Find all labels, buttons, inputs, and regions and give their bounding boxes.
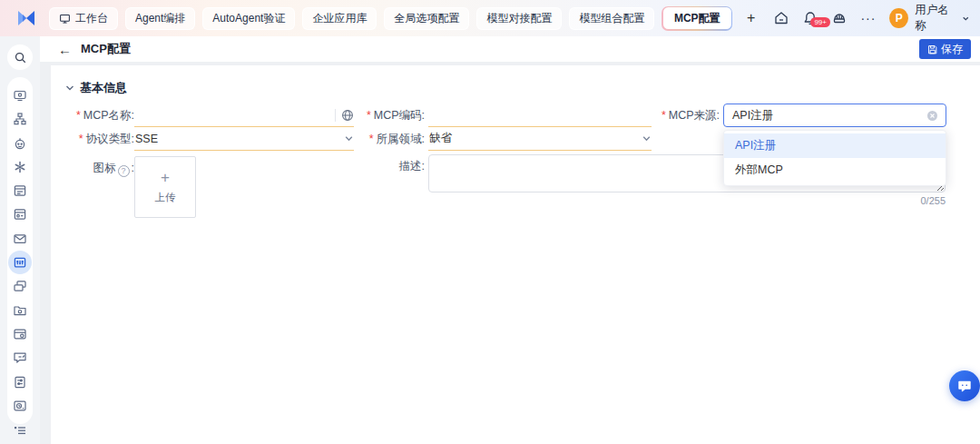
app-logo-icon bbox=[16, 10, 36, 26]
mcp-code-label: *MCP编码: bbox=[350, 104, 425, 127]
sidebar-icon-rail bbox=[7, 77, 33, 424]
label-text: 描述: bbox=[399, 160, 425, 173]
browser-gear-icon[interactable] bbox=[8, 322, 32, 346]
agent-robot-icon[interactable] bbox=[8, 132, 32, 155]
mail-icon[interactable] bbox=[8, 227, 32, 251]
help-icon[interactable]: ? bbox=[118, 165, 130, 177]
protocol-select[interactable]: SSE bbox=[134, 127, 354, 151]
back-arrow-button[interactable]: ← bbox=[58, 43, 72, 56]
notification-badge: 99+ bbox=[810, 17, 830, 27]
protocol-value: SSE bbox=[134, 133, 344, 145]
required-marker: * bbox=[76, 109, 81, 122]
mcp-name-input[interactable] bbox=[134, 105, 331, 125]
protocol-label: *协议类型: bbox=[54, 127, 134, 151]
chevron-down-icon bbox=[642, 133, 652, 143]
chat-edit-icon[interactable] bbox=[8, 346, 32, 370]
upload-label: 上传 bbox=[155, 191, 176, 204]
menu-list-icon[interactable] bbox=[7, 420, 33, 440]
assistant-chat-icon bbox=[956, 378, 973, 394]
tab-model-combination-config[interactable]: 模型组合配置 bbox=[569, 7, 654, 30]
char-counter: 0/255 bbox=[428, 195, 946, 206]
save-button[interactable]: 保存 bbox=[919, 39, 971, 59]
save-label: 保存 bbox=[941, 42, 963, 57]
tab-label: 工作台 bbox=[75, 8, 108, 29]
add-tab-button[interactable]: + bbox=[741, 10, 760, 26]
label-text: 协议类型: bbox=[86, 133, 134, 145]
mcp-source-select[interactable]: API注册 bbox=[723, 104, 946, 127]
home-icon[interactable] bbox=[773, 10, 789, 26]
tab-enterprise-app-library[interactable]: 企业应用库 bbox=[302, 7, 377, 30]
left-sidebar bbox=[0, 36, 40, 444]
icon-upload-button[interactable]: + 上传 bbox=[134, 156, 196, 218]
page-title: MCP配置 bbox=[81, 41, 131, 57]
dropdown-option-external-mcp[interactable]: 外部MCP bbox=[724, 158, 946, 183]
layers-icon[interactable] bbox=[8, 274, 32, 298]
more-options-icon[interactable]: ··· bbox=[860, 10, 877, 26]
mcp-name-label: *MCP名称: bbox=[54, 104, 134, 127]
required-marker: * bbox=[79, 133, 83, 145]
required-marker: * bbox=[369, 133, 374, 145]
tab-label: Agent编排 bbox=[135, 8, 185, 29]
label-text: MCP来源: bbox=[669, 109, 720, 122]
user-name-label: 用户名称 bbox=[915, 3, 957, 34]
dropdown-option-api-register[interactable]: API注册 bbox=[724, 133, 946, 158]
image-clock-icon[interactable] bbox=[8, 394, 32, 418]
assistant-floating-button[interactable] bbox=[949, 370, 980, 401]
save-disk-icon bbox=[927, 44, 937, 54]
mcp-config-icon-active[interactable] bbox=[8, 251, 32, 274]
user-menu[interactable]: 用户名称 bbox=[915, 3, 969, 34]
domain-label: *所属领域: bbox=[350, 127, 425, 151]
tab-global-options-config[interactable]: 全局选项配置 bbox=[384, 7, 469, 30]
plugin-flower-icon[interactable] bbox=[8, 155, 32, 179]
folder-gear-icon[interactable] bbox=[8, 299, 32, 322]
user-avatar[interactable]: P bbox=[889, 8, 908, 28]
mcp-code-input[interactable] bbox=[428, 105, 652, 125]
label-text: 图标 bbox=[93, 162, 116, 174]
label-text: MCP名称: bbox=[83, 109, 134, 122]
mcp-source-value: API注册 bbox=[731, 108, 926, 123]
tab-mcp-config-active[interactable]: MCP配置 bbox=[663, 7, 731, 29]
more-dots: ··· bbox=[860, 11, 876, 25]
label-text: MCP编码: bbox=[374, 109, 425, 122]
mcp-code-field bbox=[428, 104, 652, 127]
org-tree-icon[interactable] bbox=[8, 107, 32, 131]
tab-workbench[interactable]: 工作台 bbox=[49, 7, 118, 30]
domain-select[interactable]: 缺省 bbox=[428, 127, 652, 151]
tab-label: AutoAgent验证 bbox=[212, 8, 285, 29]
page-header: ← MCP配置 保存 bbox=[40, 36, 980, 62]
tab-mcp-config-active-border: MCP配置 bbox=[662, 6, 732, 31]
doc-sliders-icon[interactable] bbox=[8, 370, 32, 394]
search-icon[interactable] bbox=[7, 44, 33, 70]
section-basic-info-toggle[interactable]: 基本信息 bbox=[65, 80, 127, 96]
main-content-card: 基本信息 *MCP名称: *MCP编码: *MCP来源: API注册 *协议类型… bbox=[51, 65, 980, 444]
mcp-source-label: *MCP来源: bbox=[645, 104, 720, 127]
mcp-source-dropdown: API注册 外部MCP bbox=[723, 130, 946, 186]
required-marker: * bbox=[367, 109, 371, 122]
app-window-2-icon[interactable] bbox=[8, 202, 32, 226]
notification-bell-icon[interactable]: 99+ bbox=[802, 10, 818, 26]
monitor-icon bbox=[59, 13, 71, 25]
field-divider bbox=[335, 109, 336, 122]
section-title: 基本信息 bbox=[80, 80, 127, 96]
mcp-name-field bbox=[134, 104, 354, 127]
tab-label: 模型对接配置 bbox=[486, 8, 552, 29]
tab-label: 全局选项配置 bbox=[394, 8, 459, 29]
tab-agent-orchestration[interactable]: Agent编排 bbox=[125, 7, 195, 30]
top-bar: 工作台 Agent编排 AutoAgent验证 企业应用库 全局选项配置 模型对… bbox=[0, 0, 980, 36]
clear-icon[interactable] bbox=[926, 110, 938, 122]
gift-basket-icon[interactable] bbox=[831, 10, 848, 26]
app-window-icon[interactable] bbox=[8, 179, 32, 202]
tab-autoagent-validation[interactable]: AutoAgent验证 bbox=[202, 7, 295, 30]
plus-icon: + bbox=[161, 170, 170, 185]
description-label: 描述: bbox=[350, 154, 425, 178]
tab-label: 企业应用库 bbox=[312, 8, 367, 29]
workbench-monitor-icon[interactable] bbox=[8, 84, 32, 107]
label-text: 所属领域: bbox=[377, 133, 425, 145]
tab-label: 模型组合配置 bbox=[579, 8, 644, 29]
collapse-chevron-icon bbox=[65, 84, 74, 93]
chevron-down-icon bbox=[962, 15, 970, 23]
domain-value: 缺省 bbox=[428, 131, 642, 146]
required-marker: * bbox=[662, 109, 666, 122]
tab-model-connection-config[interactable]: 模型对接配置 bbox=[476, 7, 562, 30]
icon-label: 图标?: bbox=[54, 156, 134, 180]
